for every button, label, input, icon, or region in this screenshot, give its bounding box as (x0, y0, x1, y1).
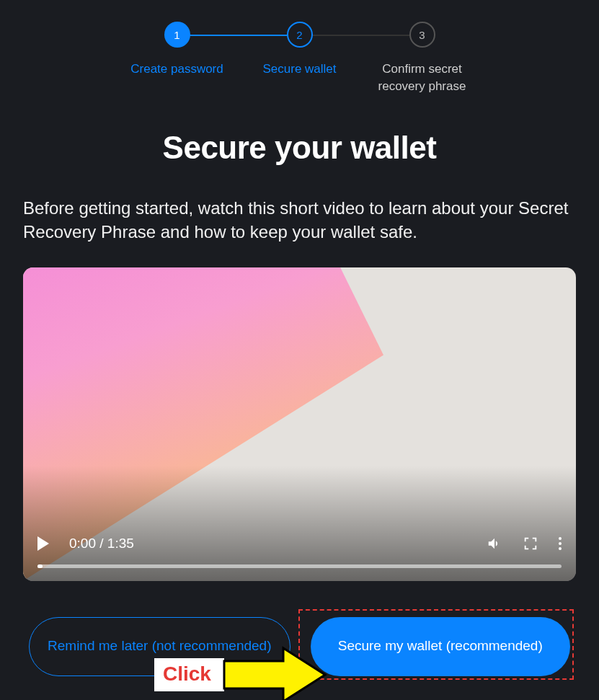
video-duration: 1:35 (107, 536, 134, 551)
play-icon[interactable] (37, 536, 49, 551)
step-3: 3 Confirm secret recovery phrase (361, 22, 484, 95)
step-1-label: Create password (130, 61, 223, 78)
onboarding-stepper: 1 Create password 2 Secure wallet 3 Conf… (0, 0, 599, 95)
step-connector-1 (177, 35, 300, 36)
step-2-number: 2 (296, 29, 302, 41)
video-current-time: 0:00 (69, 536, 96, 551)
step-3-number: 3 (419, 29, 425, 41)
fullscreen-icon[interactable] (523, 536, 538, 551)
volume-icon[interactable] (487, 536, 502, 551)
step-1: 1 Create password (116, 22, 239, 78)
step-3-circle: 3 (409, 22, 435, 48)
step-2: 2 Secure wallet (239, 22, 361, 78)
video-progress-bar[interactable] (37, 564, 562, 568)
secure-wallet-button[interactable]: Secure my wallet (recommended) (311, 617, 571, 676)
step-2-circle: 2 (287, 22, 313, 48)
step-3-label: Confirm secret recovery phrase (361, 61, 484, 95)
video-time: 0:00 / 1:35 (69, 536, 134, 551)
step-1-number: 1 (174, 29, 179, 41)
more-options-icon[interactable] (559, 537, 562, 550)
action-button-row: Remind me later (not recommended) Secure… (0, 617, 599, 676)
video-player[interactable]: 0:00 / 1:35 (23, 267, 576, 581)
page-title: Secure your wallet (0, 130, 599, 166)
step-1-circle: 1 (164, 22, 190, 48)
video-controls: 0:00 / 1:35 (23, 526, 576, 581)
step-2-label: Secure wallet (262, 61, 336, 78)
intro-text: Before getting started, watch this short… (0, 196, 599, 244)
step-connector-2 (300, 35, 422, 36)
remind-later-button[interactable]: Remind me later (not recommended) (29, 617, 290, 676)
